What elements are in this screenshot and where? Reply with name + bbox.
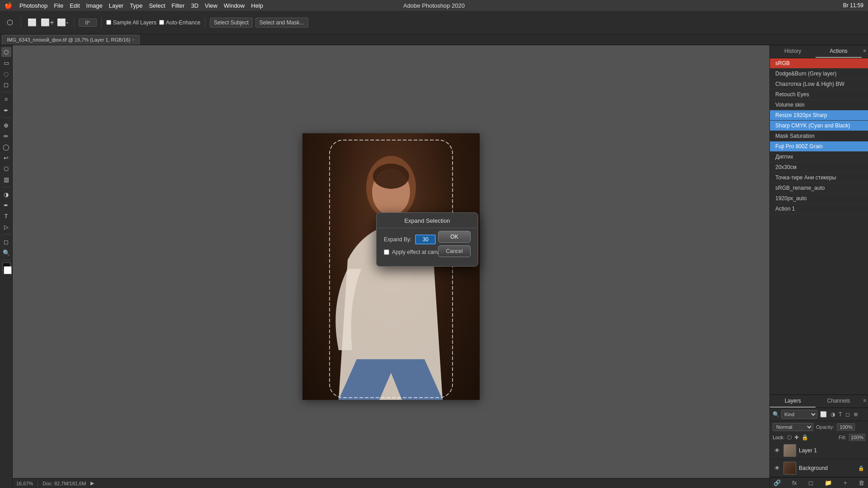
layers-tab[interactable]: Layers — [770, 395, 816, 408]
auto-enhance-checkbox[interactable] — [159, 20, 164, 25]
layer-item-layer1[interactable]: 👁 Layer 1 — [770, 442, 868, 460]
menu-3d[interactable]: 3D — [191, 2, 198, 9]
path-select-tool[interactable]: ▷ — [1, 222, 11, 232]
action-item[interactable]: Mask Saturation — [770, 131, 868, 141]
arrow-icon[interactable]: ▶ — [90, 480, 94, 486]
delete-layer-icon[interactable]: 🗑 — [859, 479, 864, 486]
select-tool[interactable]: ▭ — [1, 58, 11, 68]
action-item[interactable]: sRGB — [770, 58, 868, 69]
expand-by-input[interactable]: 30 — [415, 235, 436, 244]
action-item[interactable]: Точка-тире Ани стикеры — [770, 173, 868, 183]
action-item[interactable]: Fuji Pro 800Z Grain — [770, 141, 868, 152]
layer-kind-select[interactable]: Kind — [781, 410, 817, 419]
layer-visibility-icon[interactable]: 👁 — [774, 465, 781, 471]
shape-tool[interactable]: ◻ — [1, 237, 11, 247]
layer-thumbnail — [783, 444, 796, 457]
filter-pixel-icon[interactable]: ⬜ — [819, 410, 828, 418]
lock-pixels-icon[interactable]: ⬡ — [787, 434, 792, 441]
type-tool[interactable]: T — [1, 211, 11, 221]
menu-help[interactable]: Help — [251, 2, 263, 9]
select-subject-button[interactable]: Select Subject — [210, 18, 253, 28]
layer-item-background[interactable]: 👁 Background 🔒 — [770, 460, 868, 477]
link-layers-icon[interactable]: 🔗 — [774, 479, 781, 486]
filter-adjustment-icon[interactable]: ◑ — [830, 410, 836, 418]
panel-menu-icon[interactable]: ≡ — [862, 45, 868, 58]
new-group-icon[interactable]: 📁 — [825, 479, 832, 486]
layer-fx-icon[interactable]: fx — [792, 479, 797, 486]
action-item[interactable]: Диптих — [770, 152, 868, 162]
history-brush-tool[interactable]: ↩ — [1, 153, 11, 163]
action-item[interactable]: Action 1 — [770, 204, 868, 214]
menu-window[interactable]: Window — [224, 2, 245, 9]
action-item[interactable]: Dodge&Burn (Grey layer) — [770, 69, 868, 79]
lock-position-icon[interactable]: ✚ — [794, 434, 799, 441]
layer-name: Background — [799, 465, 828, 471]
canvas-document — [302, 133, 480, 400]
add-mask-icon[interactable]: ◻ — [808, 479, 813, 486]
move-tool[interactable]: ⬡ — [1, 47, 11, 57]
dodge-tool[interactable]: ◑ — [1, 189, 11, 199]
brush-tool[interactable]: ✏ — [1, 131, 11, 141]
layer-visibility-icon[interactable]: 👁 — [774, 447, 781, 454]
action-item[interactable]: sRGB_rename_auto — [770, 183, 868, 193]
menu-layer[interactable]: Layer — [109, 2, 124, 9]
ok-button[interactable]: OK — [438, 231, 471, 243]
action-item[interactable]: Sharp CMYK (Cyan and Black) — [770, 121, 868, 131]
lock-all-icon[interactable]: 🔒 — [802, 434, 808, 441]
new-selection-icon[interactable]: ⬜ — [26, 16, 38, 29]
canvas-area[interactable]: Expand Selection Expand By: 30 pixels Ap… — [13, 45, 769, 488]
lasso-tool[interactable]: ◌ — [1, 69, 11, 79]
crop-tool[interactable]: ⌗ — [1, 94, 11, 104]
select-and-mask-button[interactable]: Select and Mask... — [255, 18, 308, 28]
pen-tool[interactable]: ✒ — [1, 200, 11, 210]
action-item[interactable]: Chasтотка (Low & High) BW — [770, 79, 868, 89]
action-item[interactable]: Volume skin — [770, 100, 868, 110]
menu-photoshop[interactable]: Photoshop — [19, 2, 47, 9]
angle-input[interactable]: 0° — [79, 19, 97, 27]
subtract-selection-icon[interactable]: ⬜- — [57, 16, 69, 29]
filter-shape-icon[interactable]: ◻ — [844, 410, 851, 418]
action-item[interactable]: Retouch Eyes — [770, 89, 868, 100]
menu-edit[interactable]: Edit — [70, 2, 80, 9]
filter-smart-icon[interactable]: ⊕ — [853, 410, 859, 418]
clone-stamp-tool[interactable]: ◯ — [1, 142, 11, 152]
auto-enhance-label: Auto-Enhance — [166, 19, 200, 26]
dialog-buttons: OK Cancel — [438, 231, 471, 257]
blend-mode-select[interactable]: Normal — [773, 423, 813, 431]
menu-select[interactable]: Select — [149, 2, 165, 9]
menu-image[interactable]: Image — [86, 2, 103, 9]
fill-input[interactable]: 100% — [849, 434, 865, 441]
object-select-tool[interactable]: ◻ — [1, 80, 11, 89]
history-tab[interactable]: History — [770, 45, 816, 58]
sample-all-layers-checkbox[interactable] — [106, 20, 111, 25]
canvas-bounds-checkbox[interactable] — [384, 249, 389, 255]
layers-panel-menu[interactable]: ≡ — [862, 395, 868, 408]
move-tool-icon[interactable]: ⬡ — [4, 16, 16, 29]
document-tab[interactable]: IMG_6343_плохой_фон.tif @ 16,7% (Layer 1… — [2, 35, 140, 45]
eyedropper-tool[interactable]: ✒ — [1, 105, 11, 115]
add-selection-icon[interactable]: ⬜+ — [41, 16, 54, 29]
mac-topbar: 🍎 Photoshop File Edit Image Layer Type S… — [0, 0, 868, 11]
menu-type[interactable]: Type — [130, 2, 142, 9]
cancel-button[interactable]: Cancel — [438, 245, 471, 257]
action-item[interactable]: 20x30см — [770, 162, 868, 173]
menu-file[interactable]: File — [54, 2, 63, 9]
menu-filter[interactable]: Filter — [172, 2, 185, 9]
channels-tab[interactable]: Channels — [816, 395, 861, 408]
tool-separator-4 — [2, 234, 10, 235]
apple-menu[interactable]: 🍎 — [5, 2, 12, 9]
menu-view[interactable]: View — [205, 2, 217, 9]
spot-heal-tool[interactable]: ⊕ — [1, 120, 11, 130]
action-item[interactable]: 1920px_auto — [770, 193, 868, 204]
opacity-input[interactable]: 100% — [837, 423, 855, 431]
eraser-tool[interactable]: ⬡ — [1, 164, 11, 174]
zoom-tool[interactable]: 🔍 — [1, 248, 11, 258]
actions-tab[interactable]: Actions — [816, 45, 861, 58]
filter-type-icon[interactable]: T — [838, 410, 843, 418]
action-item[interactable]: Resize 1920px Sharp — [770, 110, 868, 121]
new-layer-icon[interactable]: + — [844, 479, 847, 486]
gradient-tool[interactable]: ▥ — [1, 174, 11, 184]
actions-list[interactable]: sRGB Dodge&Burn (Grey layer) Chasтотка (… — [770, 58, 868, 394]
background-color[interactable] — [4, 266, 12, 274]
tab-close-button[interactable]: × — [132, 38, 134, 42]
